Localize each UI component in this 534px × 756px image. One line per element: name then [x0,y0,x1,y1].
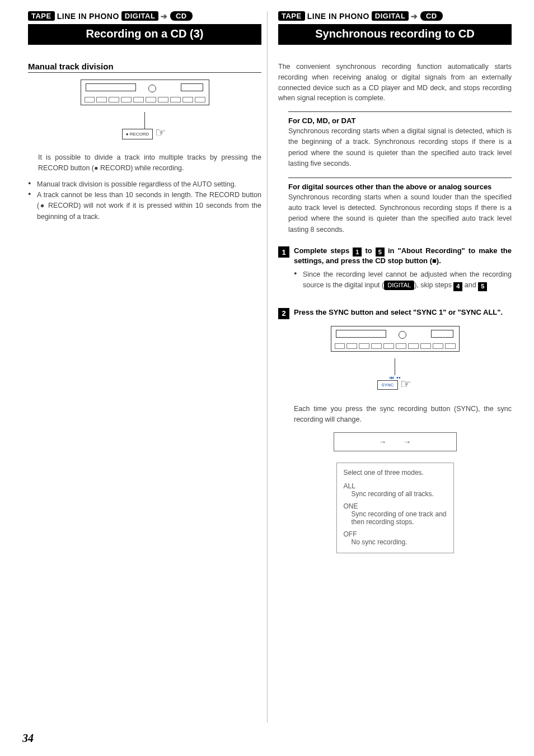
linein-label: LINE IN [57,12,87,21]
inline-digital-pill: DIGITAL [384,281,414,290]
device-illustration [81,80,209,105]
pointer-line [144,112,145,129]
sync-top-label: ⏮ ◀◀ [390,375,400,380]
sub2-body: Synchronous recording starts when a soun… [288,192,512,236]
manual-track-heading: Manual track division [28,62,261,73]
step-2: 2 Press the SYNC button and select "SYNC… [278,308,512,319]
sub1-head: For CD, MD, or DAT [288,111,512,125]
inline-num-1: 1 [353,248,362,256]
inline-num-5: 5 [376,248,385,256]
phono-label: PHONO [89,12,119,21]
right-title-bar: Synchronous recording to CD [278,24,512,45]
inline-num-5b: 5 [478,282,487,291]
cycle-arrow-1: → [379,437,387,446]
hand-icon-r: ☞ [400,378,415,393]
mode-one-d: Sync recording of one track and then rec… [344,510,447,526]
sub1-body: Synchronous recording starts when a digi… [288,126,512,170]
phono-label-r: PHONO [339,12,369,21]
source-strip-left: TAPE LINE IN PHONO DIGITAL ➔ CD [28,11,261,21]
sync-button-label: SYNC [377,380,397,390]
right-intro: The convenient synchronous recording fun… [278,62,512,104]
source-strip-right: TAPE LINE IN PHONO DIGITAL ➔ CD [278,11,512,21]
s1bb: ), skip steps [414,281,453,289]
device-figure-left: ● RECORD ☞ [28,80,261,143]
digital-pill: DIGITAL [121,11,159,21]
mode-all-d: Sync recording of all tracks. [344,490,447,498]
left-bullet-2: A track cannot be less than 10 seconds i… [28,190,261,222]
left-bullets: Manual track division is possible regard… [28,179,261,223]
step-1-num: 1 [278,246,289,258]
cd-pill: CD [170,11,193,21]
cd-pill-r: CD [420,11,443,21]
sub2-head: For digital sources other than the above… [288,178,512,191]
step-1-body: Complete steps 1 to 5 in "About Recordin… [294,246,512,297]
device-figure-right: ⏮ ◀◀ SYNC ☞ [278,326,512,395]
left-title-bar: Recording on a CD (3) [28,24,261,45]
digital-pill-r: DIGITAL [372,11,409,21]
after-fig-para: Each time you press the sync recording b… [278,404,512,425]
step-1: 1 Complete steps 1 to 5 in "About Record… [278,246,512,297]
modebox-head: Select one of three modes. [344,469,447,477]
pointer-line-r [395,358,395,375]
step1-pre: Complete steps [294,246,353,255]
step-2-num: 2 [278,308,289,319]
s1bc: and [462,281,478,289]
step2-text: Press the SYNC button and select "SYNC 1… [294,308,503,316]
page-number: 34 [22,732,34,745]
tape-pill-r: TAPE [278,11,305,21]
left-column: TAPE LINE IN PHONO DIGITAL ➔ CD Recordin… [28,11,261,553]
cycle-arrow-2: → [404,437,411,446]
sync-cycle-figure: → → [334,432,457,451]
right-column: TAPE LINE IN PHONO DIGITAL ➔ CD Synchron… [278,11,512,553]
mode-off-d: No sync recording. [344,538,447,546]
linein-label-r: LINE IN [307,12,337,21]
inline-num-4: 4 [453,282,462,291]
mode-one-t: ONE [344,502,447,510]
record-button-label: ● RECORD [122,129,153,139]
step1-bullet: Since the recording level cannot be adju… [294,269,512,291]
tape-pill: TAPE [28,11,55,21]
step-2-body: Press the SYNC button and select "SYNC 1… [294,308,503,319]
arrow-icon: ➔ [161,12,168,21]
mode-all-t: ALL [344,482,447,490]
left-bullet-1: Manual track division is possible regard… [28,179,261,190]
device-illustration-r [331,326,460,352]
hand-icon: ☞ [155,127,170,141]
mode-off-t: OFF [344,530,447,538]
arrow-icon-r: ➔ [411,12,418,21]
mode-box: Select one of three modes. ALL Sync reco… [336,463,454,553]
column-divider [267,11,268,722]
step1-mid: to [362,246,375,255]
left-para-1: It is possible to divide a track into mu… [28,152,261,174]
